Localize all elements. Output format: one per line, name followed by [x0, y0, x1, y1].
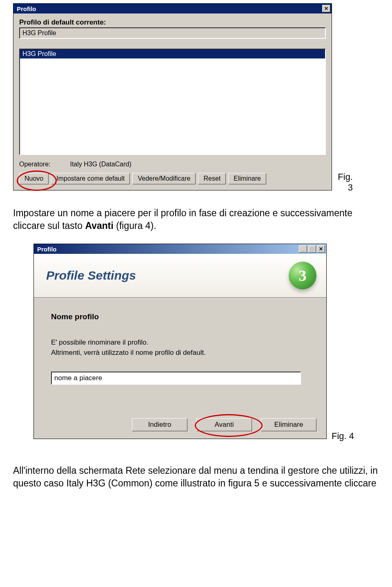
- view-edit-button[interactable]: Vedere/Modificare: [132, 173, 196, 184]
- nome-profilo-label: Nome profilo: [51, 312, 310, 321]
- paragraph-1: Impostare un nome a piacere per il profi…: [13, 207, 379, 232]
- figure-4-caption: Fig. 4: [332, 431, 354, 441]
- brand-logo-icon: 3: [289, 262, 316, 289]
- operator-label: Operatore:: [19, 161, 68, 168]
- reset-button[interactable]: Reset: [198, 173, 226, 184]
- profile-settings-heading: Profile Settings: [46, 269, 136, 282]
- titlebar: Profilo ✕: [13, 4, 332, 13]
- paragraph-2: All'interno della schermata Rete selezio…: [13, 464, 379, 490]
- set-default-button[interactable]: Impostare come default: [51, 173, 130, 184]
- description-text: E' possibile rinominare il profilo. Altr…: [51, 338, 310, 358]
- titlebar: Profilo _ □ ✕: [34, 244, 326, 254]
- minimize-icon[interactable]: _: [299, 245, 307, 253]
- close-icon[interactable]: ✕: [322, 5, 330, 12]
- window-title: Profilo: [37, 246, 57, 253]
- operator-value: Italy H3G (DataCard): [70, 161, 131, 168]
- avanti-button[interactable]: Avanti: [196, 418, 252, 431]
- indietro-button[interactable]: Indietro: [132, 418, 187, 431]
- window-title: Profilo: [17, 5, 36, 12]
- list-item[interactable]: H3G Profile: [20, 49, 325, 58]
- profile-settings-window: Profilo _ □ ✕ Profile Settings 3 Nome pr…: [33, 244, 327, 439]
- close-icon[interactable]: ✕: [317, 245, 325, 253]
- profile-listbox[interactable]: H3G Profile: [19, 49, 326, 155]
- delete-button[interactable]: Eliminare: [228, 173, 266, 184]
- default-profile-label: Profilo di default corrente:: [19, 18, 326, 27]
- maximize-icon[interactable]: □: [308, 245, 316, 253]
- profilo-window: Profilo ✕ Profilo di default corrente: H…: [13, 3, 332, 190]
- figure-3-caption: Fig. 3: [332, 172, 353, 193]
- nuovo-button[interactable]: Nuovo: [19, 173, 49, 184]
- profile-name-input[interactable]: [51, 372, 301, 385]
- default-profile-field: H3G Profile: [19, 27, 326, 39]
- eliminare-button[interactable]: Eliminare: [261, 418, 316, 431]
